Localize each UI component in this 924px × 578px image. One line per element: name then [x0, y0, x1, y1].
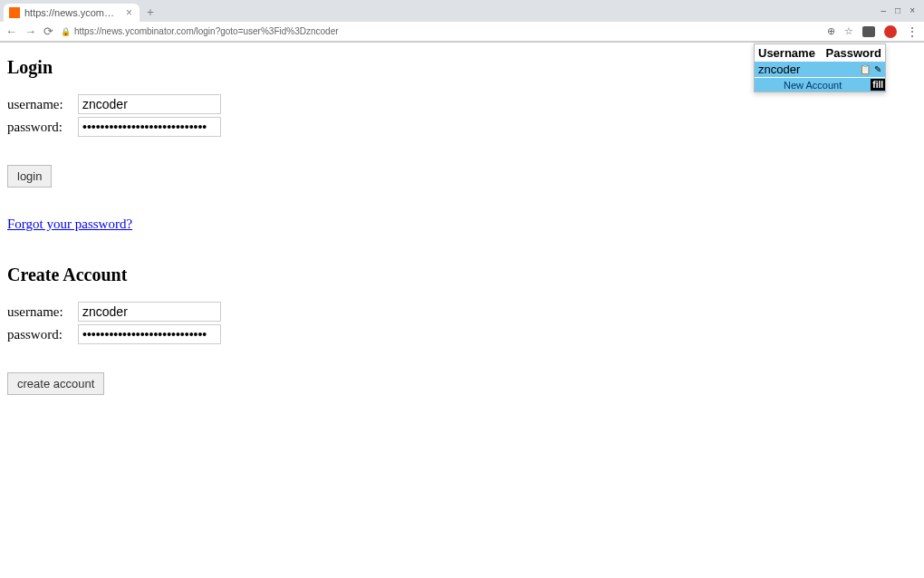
address-bar: ← → ⟳ 🔒 https://news.ycombinator.com/log… — [0, 22, 924, 42]
create-password-row: password: — [7, 324, 917, 344]
reveal-icon[interactable]: ✎ — [874, 64, 881, 74]
favicon-icon — [9, 7, 20, 18]
maximize-icon[interactable]: □ — [895, 5, 900, 15]
create-account-button[interactable]: create account — [7, 372, 104, 395]
window-close-icon[interactable]: × — [910, 5, 915, 15]
new-tab-button[interactable]: + — [140, 5, 161, 20]
pw-entry-row[interactable]: zncoder 📋 ✎ — [755, 62, 885, 77]
menu-icon[interactable]: ⋮ — [906, 24, 919, 39]
create-username-input[interactable] — [78, 302, 221, 322]
page-content: Login username: password: login Forgot y… — [0, 43, 924, 406]
tab-title: https://news.ycombina — [24, 7, 118, 18]
create-password-input[interactable] — [78, 324, 221, 344]
back-button[interactable]: ← — [5, 24, 17, 38]
window-controls: – □ × — [881, 4, 924, 15]
login-username-row: username: — [7, 94, 917, 114]
pw-header-username: Username — [758, 46, 826, 60]
forward-button[interactable]: → — [24, 24, 36, 38]
star-icon[interactable]: ☆ — [844, 25, 853, 37]
minimize-icon[interactable]: – — [881, 5, 887, 15]
login-username-label: username: — [7, 97, 74, 112]
pw-popup-footer: New Account fill — [755, 77, 885, 92]
create-username-label: username: — [7, 304, 74, 320]
password-manager-popup: Username Password zncoder 📋 ✎ New Accoun… — [754, 43, 886, 92]
pw-header-password: Password — [826, 46, 881, 60]
new-account-link[interactable]: New Account — [755, 80, 871, 91]
tab-close-icon[interactable]: × — [126, 6, 132, 19]
search-icon[interactable]: ⊕ — [827, 25, 835, 37]
fill-button[interactable]: fill — [871, 79, 885, 91]
create-account-heading: Create Account — [7, 265, 917, 285]
create-username-row: username: — [7, 302, 917, 322]
profile-avatar[interactable] — [884, 25, 897, 38]
toolbar-right: ⊕ ☆ ⋮ — [827, 24, 919, 39]
url-field[interactable]: 🔒 https://news.ycombinator.com/login?got… — [61, 26, 820, 36]
copy-icon[interactable]: 📋 — [860, 64, 871, 74]
login-password-row: password: — [7, 117, 917, 137]
login-username-input[interactable] — [78, 94, 221, 114]
tab-bar: https://news.ycombina × + – □ × — [0, 0, 924, 22]
browser-chrome: https://news.ycombina × + – □ × ← → ⟳ 🔒 … — [0, 0, 924, 43]
key-extension-icon[interactable] — [862, 26, 875, 37]
reload-button[interactable]: ⟳ — [43, 24, 53, 38]
create-password-label: password: — [7, 327, 74, 342]
login-password-input[interactable] — [78, 117, 221, 137]
login-button[interactable]: login — [7, 165, 52, 188]
forgot-password-link[interactable]: Forgot your password? — [7, 217, 132, 232]
pw-entry-username: zncoder — [758, 63, 856, 76]
url-text: https://news.ycombinator.com/login?goto=… — [74, 26, 339, 36]
pw-popup-header: Username Password — [755, 44, 885, 62]
browser-tab[interactable]: https://news.ycombina × — [4, 4, 140, 22]
login-password-label: password: — [7, 120, 74, 135]
lock-icon: 🔒 — [61, 27, 71, 36]
